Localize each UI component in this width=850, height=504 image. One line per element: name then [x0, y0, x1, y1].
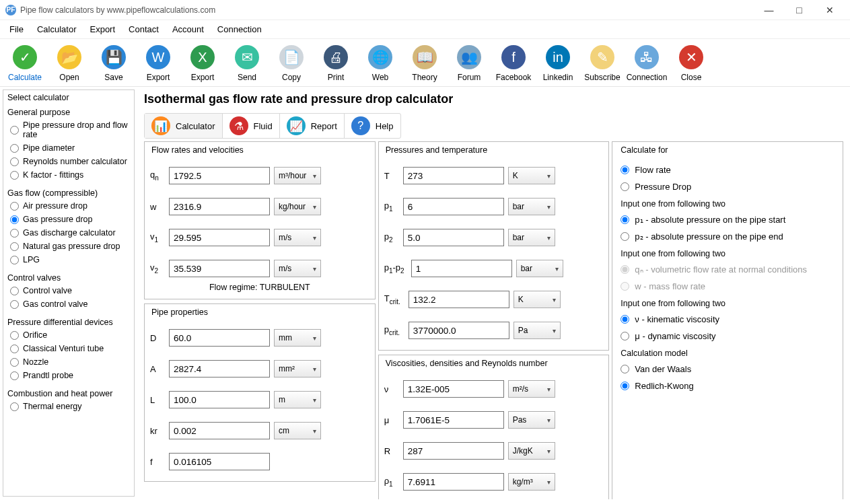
- input-kr[interactable]: [169, 422, 270, 439]
- input-pcrit[interactable]: [409, 322, 509, 339]
- input-dp[interactable]: [411, 260, 512, 277]
- tool-calculate[interactable]: ✓Calculate: [3, 44, 47, 82]
- sidebar-item-lpg[interactable]: LPG: [5, 253, 133, 266]
- chevron-down-icon: ▾: [547, 234, 551, 242]
- unit-kr[interactable]: cm▾: [274, 422, 321, 439]
- sidebar-item-pd[interactable]: Pipe diameter: [5, 141, 133, 155]
- minimize-button[interactable]: —: [754, 0, 784, 20]
- unit-D[interactable]: mm▾: [274, 329, 321, 347]
- input-v1[interactable]: [169, 229, 270, 246]
- input-qn[interactable]: [169, 167, 270, 184]
- unit-L[interactable]: m▾: [274, 391, 321, 408]
- tool-linkedin[interactable]: inLinkedin: [536, 44, 580, 82]
- input-Tcrit[interactable]: [409, 291, 509, 308]
- radio-p1[interactable]: p₁ - absolute pressure on the pipe start: [619, 211, 836, 228]
- tab-calculator[interactable]: 📊Calculator: [145, 114, 223, 138]
- label-kr: kr: [150, 426, 165, 436]
- unit-w[interactable]: kg/hour▾: [274, 198, 321, 215]
- unit-Tcrit[interactable]: K▾: [513, 291, 561, 308]
- tool-subscribe[interactable]: ✎Subscribe: [580, 44, 625, 82]
- tool-facebook[interactable]: fFacebook: [491, 44, 536, 82]
- close-button[interactable]: ✕: [814, 0, 845, 20]
- sidebar-item-rnc[interactable]: Reynolds number calculator: [5, 155, 133, 168]
- sidebar-item-ppd[interactable]: Pipe pressure drop and flow rate: [5, 118, 133, 141]
- tab-help[interactable]: ?Help: [345, 114, 400, 138]
- input-T[interactable]: [403, 167, 504, 184]
- input-mu[interactable]: [403, 411, 504, 429]
- tool-forum[interactable]: 👥Forum: [447, 44, 491, 82]
- label-dp: p1-p2: [384, 262, 407, 275]
- sidebar-item-label: Pipe pressure drop and flow rate: [23, 120, 130, 139]
- unit-R[interactable]: J/kgK▾: [508, 442, 555, 460]
- input-D[interactable]: [169, 329, 270, 347]
- tab-fluid[interactable]: ⚗Fluid: [223, 114, 280, 138]
- radio-vdw[interactable]: Van der Waals: [619, 361, 836, 377]
- sidebar-item-ngpd[interactable]: Natural gas pressure drop: [5, 240, 133, 253]
- input-v2[interactable]: [169, 260, 270, 277]
- unit-qn[interactable]: m³/hour▾: [274, 167, 321, 184]
- sidebar-item-gdc[interactable]: Gas discharge calculator: [5, 226, 133, 240]
- input-nu[interactable]: [403, 380, 504, 398]
- sidebar-item-cvent[interactable]: Classical Venturi tube: [5, 342, 133, 355]
- tool-theory[interactable]: 📖Theory: [402, 44, 447, 82]
- input-L[interactable]: [169, 391, 270, 408]
- unit-v2[interactable]: m/s▾: [274, 260, 321, 277]
- radio-nu[interactable]: ν - kinematic viscosity: [619, 311, 836, 328]
- tool-export-excel[interactable]: XExport: [180, 44, 225, 82]
- sidebar-item-pran[interactable]: Prandtl probe: [5, 369, 133, 382]
- unit-v1[interactable]: m/s▾: [274, 229, 321, 246]
- maximize-button[interactable]: □: [784, 0, 814, 20]
- unit-p1[interactable]: bar▾: [508, 198, 555, 215]
- menu-account[interactable]: Account: [166, 22, 211, 37]
- tool-export-word[interactable]: WExport: [136, 44, 180, 82]
- menu-export[interactable]: Export: [83, 22, 122, 37]
- unit-p2[interactable]: bar▾: [508, 229, 555, 246]
- input-p1[interactable]: [403, 198, 504, 215]
- sidebar-item-gpd[interactable]: Gas pressure drop: [5, 213, 133, 226]
- input-R[interactable]: [403, 442, 504, 460]
- radio-pressuredrop[interactable]: Pressure Drop: [619, 178, 836, 195]
- sidebar-item-therm[interactable]: Thermal energy: [5, 400, 133, 413]
- unit-nu[interactable]: m²/s▾: [508, 380, 555, 398]
- unit-dp[interactable]: bar▾: [516, 260, 563, 277]
- tool-copy[interactable]: 📄Copy: [269, 44, 314, 82]
- input-rho1[interactable]: [403, 473, 504, 491]
- report-icon: 📈: [287, 116, 306, 135]
- tool-send[interactable]: ✉Send: [225, 44, 269, 82]
- unit-A[interactable]: mm²▾: [274, 360, 321, 377]
- sidebar-item-kf[interactable]: K factor - fittings: [5, 168, 133, 182]
- tool-web[interactable]: 🌐Web: [358, 44, 402, 82]
- tool-close[interactable]: ✕Close: [669, 44, 713, 82]
- tab-report[interactable]: 📈Report: [280, 114, 345, 138]
- unit-T[interactable]: K▾: [508, 167, 555, 184]
- menu-contact[interactable]: Contact: [122, 22, 166, 37]
- sidebar-item-orf[interactable]: Orifice: [5, 328, 133, 342]
- row-f: f: [150, 453, 369, 470]
- menu-file[interactable]: File: [3, 22, 30, 37]
- radio-flowrate[interactable]: Flow rate: [619, 161, 836, 178]
- input-f[interactable]: [169, 453, 270, 470]
- tool-open[interactable]: 📂Open: [47, 44, 92, 82]
- radio-rk[interactable]: Redlich-Kwong: [619, 377, 836, 394]
- menu-connection[interactable]: Connection: [211, 22, 269, 37]
- row-R: RJ/kgK▾: [384, 442, 604, 460]
- pressures-legend: Pressures and temperature: [384, 145, 489, 155]
- input-A[interactable]: [169, 360, 270, 377]
- chevron-down-icon: ▾: [547, 203, 551, 211]
- input-w[interactable]: [169, 198, 270, 215]
- input-p2[interactable]: [403, 229, 504, 246]
- sidebar-item-noz[interactable]: Nozzle: [5, 355, 133, 369]
- unit-pcrit[interactable]: Pa▾: [513, 322, 561, 339]
- send-icon: ✉: [234, 44, 260, 70]
- tool-connection[interactable]: 🖧Connection: [625, 44, 669, 82]
- menu-calculator[interactable]: Calculator: [30, 22, 83, 37]
- sidebar-item-apd[interactable]: Air pressure drop: [5, 199, 133, 213]
- unit-mu[interactable]: Pas▾: [508, 411, 555, 429]
- tool-print[interactable]: 🖨Print: [314, 44, 358, 82]
- unit-rho1[interactable]: kg/m³▾: [508, 473, 555, 491]
- radio-mu[interactable]: μ - dynamic viscosity: [619, 328, 836, 345]
- sidebar-item-gcv[interactable]: Gas control valve: [5, 297, 133, 311]
- sidebar-item-cv[interactable]: Control valve: [5, 284, 133, 297]
- radio-p2[interactable]: p₂ - absolute pressure on the pipe end: [619, 228, 836, 245]
- tool-save[interactable]: 💾Save: [92, 44, 136, 82]
